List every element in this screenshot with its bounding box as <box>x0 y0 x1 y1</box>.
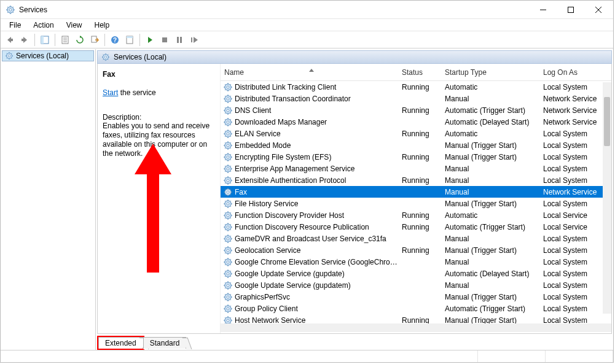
service-row[interactable]: Function Discovery Provider HostRunningA… <box>221 209 611 221</box>
export-button[interactable] <box>88 33 101 47</box>
gear-icon <box>223 316 233 324</box>
cell-logon: Network Service <box>543 95 611 103</box>
svg-text:?: ? <box>113 37 117 44</box>
service-row[interactable]: File History ServiceManual (Trigger Star… <box>221 198 611 209</box>
gear-icon <box>223 234 233 244</box>
gear-icon <box>223 176 233 185</box>
service-row[interactable]: Geolocation ServiceRunningManual (Trigge… <box>221 244 611 256</box>
scrollbar-thumb[interactable] <box>604 97 610 146</box>
restart-service-button[interactable] <box>187 33 201 47</box>
cell-status: Running <box>402 106 445 115</box>
gear-icon <box>223 141 233 150</box>
tab-standard[interactable]: Standard <box>143 337 187 349</box>
maximize-button[interactable] <box>557 1 584 18</box>
cell-status: Running <box>402 130 445 138</box>
service-row[interactable]: Function Discovery Resource PublicationR… <box>221 221 611 233</box>
show-hide-tree-button[interactable] <box>38 33 52 47</box>
service-row[interactable]: Google Update Service (gupdate)Automatic… <box>221 268 611 279</box>
cell-name: Function Discovery Provider Host <box>235 211 402 220</box>
properties-sheet-button[interactable] <box>123 33 136 47</box>
title-bar: Services <box>1 1 613 19</box>
menu-help[interactable]: Help <box>88 20 116 31</box>
content-header-label: Services (Local) <box>114 53 166 61</box>
nav-item-services-local[interactable]: Services (Local) <box>2 50 94 61</box>
cell-startup: Automatic (Trigger Start) <box>445 223 543 231</box>
cell-logon: Local System <box>543 269 611 278</box>
status-bar <box>1 350 613 362</box>
cell-status: Running <box>402 83 445 91</box>
service-row[interactable]: Host Network ServiceRunningManual (Trigg… <box>221 314 611 323</box>
service-row[interactable]: Google Update Service (gupdatem)ManualLo… <box>221 279 611 291</box>
svg-rect-29 <box>180 37 182 43</box>
close-button[interactable] <box>584 1 612 18</box>
refresh-button[interactable] <box>73 33 87 47</box>
col-header-startup[interactable]: Startup Type <box>445 68 543 77</box>
service-row[interactable]: Extensible Authentication ProtocolRunnin… <box>221 174 611 186</box>
service-row[interactable]: Embedded ModeManual (Trigger Start)Local… <box>221 139 611 151</box>
cell-logon: Local Service <box>543 211 611 220</box>
cell-logon: Local System <box>543 176 611 185</box>
start-service-link[interactable]: Start <box>103 88 118 97</box>
cell-status: Running <box>402 176 445 185</box>
cell-status: Running <box>402 211 445 220</box>
vertical-scrollbar[interactable] <box>603 82 611 314</box>
svg-rect-14 <box>10 39 13 41</box>
forward-button[interactable] <box>18 33 31 47</box>
back-button[interactable] <box>3 33 17 47</box>
sort-asc-icon <box>309 69 314 72</box>
service-row[interactable]: Distributed Link Tracking ClientRunningA… <box>221 81 611 93</box>
services-list: Name Status Startup Type Log On As Distr… <box>221 64 611 333</box>
cell-name: Encrypting File System (EFS) <box>235 153 402 161</box>
service-row[interactable]: Google Chrome Elevation Service (GoogleC… <box>221 256 611 268</box>
svg-rect-11 <box>568 7 573 12</box>
service-row[interactable]: GameDVR and Broadcast User Service_c31fa… <box>221 233 611 244</box>
service-row[interactable]: Enterprise App Management ServiceManualL… <box>221 163 611 174</box>
menu-action[interactable]: Action <box>27 20 60 31</box>
col-header-status[interactable]: Status <box>402 68 445 77</box>
tab-extended[interactable]: Extended <box>98 337 143 349</box>
help-button[interactable]: ? <box>108 33 122 47</box>
cell-status: Running <box>402 316 445 324</box>
gear-icon <box>5 52 14 60</box>
service-row[interactable]: GraphicsPerfSvcManual (Trigger Start)Loc… <box>221 291 611 303</box>
service-row[interactable]: Group Policy ClientAutomatic (Trigger St… <box>221 303 611 314</box>
minimize-button[interactable] <box>529 1 557 18</box>
svg-rect-30 <box>191 37 192 42</box>
cell-startup: Manual <box>445 95 543 103</box>
cell-name: Fax <box>235 188 402 196</box>
gear-icon <box>223 199 233 209</box>
app-icon <box>6 5 15 15</box>
cell-name: Google Chrome Elevation Service (GoogleC… <box>235 258 402 266</box>
description-text: Enables you to send and receive faxes, u… <box>103 122 215 158</box>
window-title: Services <box>19 6 47 14</box>
service-row[interactable]: Encrypting File System (EFS)RunningManua… <box>221 151 611 163</box>
gear-icon <box>223 129 233 139</box>
gear-icon <box>223 257 233 267</box>
service-row[interactable]: Downloaded Maps ManagerAutomatic (Delaye… <box>221 116 611 128</box>
service-row[interactable]: Distributed Transaction CoordinatorManua… <box>221 93 611 104</box>
cell-startup: Automatic <box>445 130 543 138</box>
svg-rect-22 <box>92 36 96 42</box>
service-row[interactable]: DNS ClientRunningAutomatic (Trigger Star… <box>221 104 611 116</box>
gear-icon <box>223 222 233 232</box>
service-row[interactable]: ELAN ServiceRunningAutomaticLocal System <box>221 128 611 139</box>
menu-view[interactable]: View <box>60 20 88 31</box>
menu-file[interactable]: File <box>3 20 27 31</box>
pause-service-button[interactable] <box>173 33 186 47</box>
nav-item-label: Services (Local) <box>16 52 69 60</box>
cell-logon: Local System <box>543 316 611 324</box>
col-header-logon[interactable]: Log On As <box>543 68 611 77</box>
horizontal-scrollbar[interactable] <box>221 323 611 332</box>
properties-button[interactable] <box>58 33 72 47</box>
cell-startup: Manual <box>445 165 543 173</box>
col-header-name[interactable]: Name <box>221 68 402 77</box>
gear-icon <box>223 152 233 162</box>
start-service-button[interactable] <box>143 33 157 47</box>
description-label: Description: <box>103 113 215 122</box>
cell-name: Host Network Service <box>235 316 402 324</box>
cell-logon: Local System <box>543 199 611 208</box>
gear-icon <box>101 53 110 61</box>
stop-service-button[interactable] <box>158 33 171 47</box>
service-row[interactable]: FaxManualNetwork Service <box>221 186 611 198</box>
gear-icon <box>223 211 233 220</box>
